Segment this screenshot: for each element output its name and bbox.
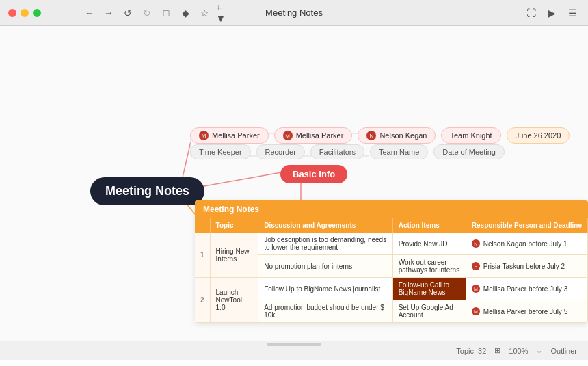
row-num-2: 2 bbox=[195, 278, 210, 323]
label-facilitators[interactable]: Facilitators bbox=[310, 144, 364, 159]
tag-mellisa-parker-2[interactable]: M Mellisa Parker bbox=[274, 127, 353, 144]
action-1a: Provide New JD bbox=[392, 233, 466, 255]
right-controls: ⛶ ▶ ☰ bbox=[524, 5, 580, 21]
label-recorder[interactable]: Recorder bbox=[256, 144, 305, 159]
responsible-2b: M Mellisa Parker before July 5 bbox=[466, 300, 587, 323]
table-header-row: Topic Discussion and Agreements Action I… bbox=[195, 218, 588, 233]
tag-nelson-kegan[interactable]: N Nelson Kegan bbox=[358, 127, 436, 144]
zoom-level: 100% bbox=[509, 347, 528, 355]
close-button[interactable] bbox=[8, 9, 16, 17]
resp-icon: M bbox=[472, 285, 480, 293]
main-content: Meeting Notes Basic Info M Mellisa Parke… bbox=[0, 26, 588, 366]
tag-date[interactable]: June 26 2020 bbox=[507, 127, 570, 144]
layout-icon: ⊞ bbox=[494, 346, 500, 355]
tag-mellisa-parker-1[interactable]: M Mellisa Parker bbox=[190, 127, 269, 144]
topic-1: Hiring New Interns bbox=[210, 233, 258, 278]
tag-row-1: M Mellisa Parker M Mellisa Parker N Nels… bbox=[190, 127, 570, 144]
collapse-button[interactable]: □ bbox=[159, 5, 174, 21]
redo-button[interactable]: ↻ bbox=[139, 5, 155, 21]
resp-icon: M bbox=[472, 307, 480, 315]
responsible-1b: P Prisia Taskun before July 2 bbox=[466, 255, 587, 278]
scrollbar-track[interactable] bbox=[0, 341, 588, 347]
label-team-name[interactable]: Team Name bbox=[370, 144, 428, 159]
tag-row-2: Time Keeper Recorder Facilitators Team N… bbox=[190, 144, 505, 159]
back-button[interactable]: ← bbox=[82, 5, 97, 21]
sidebar-icon[interactable]: ☰ bbox=[565, 5, 580, 21]
resp-icon: P bbox=[472, 262, 480, 270]
discussion-2a: Follow Up to BigName News journalist bbox=[258, 278, 393, 300]
forward-button[interactable]: → bbox=[101, 5, 116, 21]
responsible-1a: N Nelson Kagan before July 1 bbox=[466, 233, 587, 255]
table-node: Meeting Notes Topic Discussion and Agree… bbox=[195, 200, 588, 323]
label-time-keeper[interactable]: Time Keeper bbox=[190, 144, 251, 159]
titlebar: ← → ↺ ↻ □ ◆ ☆ + ▼ Meeting Notes ⛶ ▶ ☰ bbox=[0, 0, 588, 26]
discussion-2b: Ad promotion budget should be under $ 10… bbox=[258, 300, 393, 323]
resp-icon: N bbox=[472, 239, 480, 248]
traffic-lights bbox=[8, 9, 41, 17]
titlebar-title: Meeting Notes bbox=[265, 8, 323, 18]
screenrecord-icon[interactable]: ▶ bbox=[544, 5, 559, 21]
th-num bbox=[195, 218, 210, 233]
expand-button[interactable]: ◆ bbox=[178, 5, 193, 21]
action-2a-highlighted: Follow-up Call to BigName News bbox=[392, 278, 466, 300]
star-button[interactable]: ☆ bbox=[197, 5, 212, 21]
topic-2: Launch NewTool 1.0 bbox=[210, 278, 258, 323]
app-name: Outliner bbox=[550, 347, 577, 355]
maximize-button[interactable] bbox=[33, 9, 41, 17]
fullscreen-icon[interactable]: ⛶ bbox=[524, 5, 539, 21]
table-row: 1 Hiring New Interns Job description is … bbox=[195, 233, 588, 255]
discussion-1b: No promotion plan for interns bbox=[258, 255, 393, 278]
meeting-notes-table: Topic Discussion and Agreements Action I… bbox=[195, 218, 588, 323]
table-row: 2 Launch NewTool 1.0 Follow Up to BigNam… bbox=[195, 278, 588, 300]
action-1b: Work out career pathways for interns bbox=[392, 255, 466, 278]
avatar-icon: M bbox=[199, 131, 209, 140]
undo-button[interactable]: ↺ bbox=[120, 5, 135, 21]
action-2b: Set Up Google Ad Account bbox=[392, 300, 466, 323]
row-num-1: 1 bbox=[195, 233, 210, 278]
discussion-1a: Job description is too demanding, needs … bbox=[258, 233, 393, 255]
scrollbar-thumb[interactable] bbox=[267, 343, 321, 346]
responsible-2a: M Mellisa Parker before July 3 bbox=[466, 278, 587, 300]
table-title: Meeting Notes bbox=[195, 200, 588, 218]
titlebar-nav: ← → ↺ ↻ □ ◆ ☆ + ▼ bbox=[82, 5, 231, 21]
avatar-icon: M bbox=[283, 131, 293, 140]
label-date-of-meeting[interactable]: Date of Meeting bbox=[433, 144, 505, 159]
avatar-icon: N bbox=[366, 131, 376, 140]
zoom-chevron[interactable]: ⌄ bbox=[536, 346, 542, 355]
tag-team-knight[interactable]: Team Knight bbox=[441, 127, 500, 144]
add-button[interactable]: + ▼ bbox=[216, 5, 231, 21]
th-responsible: Responsible Person and Deadline bbox=[466, 218, 587, 233]
minimize-button[interactable] bbox=[21, 9, 29, 17]
center-node[interactable]: Meeting Notes bbox=[90, 177, 204, 205]
th-action: Action Items bbox=[392, 218, 466, 233]
canvas: Meeting Notes Basic Info M Mellisa Parke… bbox=[0, 26, 588, 341]
th-discussion: Discussion and Agreements bbox=[258, 218, 393, 233]
basic-info-node[interactable]: Basic Info bbox=[280, 165, 347, 183]
topic-count: Topic: 32 bbox=[456, 347, 486, 355]
th-topic: Topic bbox=[210, 218, 258, 233]
